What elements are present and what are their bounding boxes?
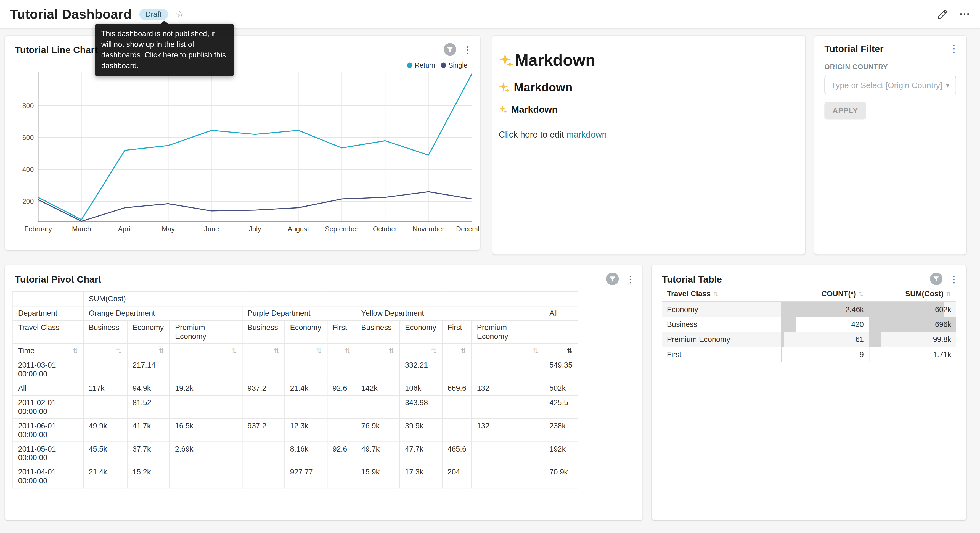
pivot-cell: 669.6 <box>442 381 471 396</box>
sort-icon[interactable]: ⇅ <box>72 348 78 354</box>
draft-badge[interactable]: Draft <box>139 8 168 20</box>
pivot-cell: 15.2k <box>127 465 170 488</box>
pivot-cell <box>442 358 471 381</box>
count-cell: 61 <box>781 332 869 347</box>
value-bar <box>869 332 881 347</box>
pivot-cell <box>170 465 242 488</box>
filter-section-label: ORIGIN COUNTRY <box>824 63 956 71</box>
origin-country-select[interactable]: Type or Select [Origin Country] ▾ <box>824 76 956 94</box>
svg-text:400: 400 <box>22 166 34 174</box>
markdown-edit-link[interactable]: markdown <box>566 129 607 139</box>
pivot-class-header: First <box>442 320 471 343</box>
pivot-row-dimension: Travel Class <box>13 320 83 343</box>
pivot-cell: 465.6 <box>442 442 471 465</box>
pivot-row-header: 2011-04-01 00:00:00 <box>13 465 83 488</box>
pivot-row: 2011-04-01 00:00:0021.4k15.2k927.7715.9k… <box>13 465 578 488</box>
pivot-cell <box>327 465 356 488</box>
apply-button[interactable]: APPLY <box>824 102 866 119</box>
dashboard-page: Tutorial Dashboard Draft ☆ ⋯ This dashbo… <box>0 0 980 533</box>
favorite-star-icon[interactable]: ☆ <box>175 9 184 19</box>
pivot-cell: 47.7k <box>400 442 442 465</box>
pivot-row-header: All <box>13 381 83 396</box>
pivot-col-group: Orange Department <box>83 306 242 320</box>
sort-icon[interactable]: ⇅ <box>274 347 279 354</box>
pivot-cell: 937.2 <box>242 419 285 442</box>
pivot-measure-row: SUM(Cost) <box>13 292 578 306</box>
sort-icon[interactable]: ⇅ <box>859 291 864 298</box>
more-menu-icon[interactable]: ⋯ <box>959 9 970 19</box>
pivot-cell <box>471 396 544 419</box>
sort-icon[interactable]: ⇅ <box>460 347 466 354</box>
pivot-cell <box>442 419 471 442</box>
sort-icon[interactable]: ⇅ <box>116 347 122 354</box>
sort-icon[interactable]: ⇅ <box>533 347 539 354</box>
tutorial-table: Travel Class⇅COUNT(*)⇅SUM(Cost)⇅Economy2… <box>662 286 956 362</box>
column-header[interactable]: COUNT(*)⇅ <box>781 286 869 302</box>
sum-cell: 1.71k <box>869 347 956 362</box>
pivot-cell: 142k <box>356 381 399 396</box>
pivot-cell: 2.69k <box>170 442 242 465</box>
svg-text:600: 600 <box>22 134 34 141</box>
count-cell: 420 <box>781 317 869 332</box>
pivot-class-header: Business <box>83 320 127 343</box>
sort-icon[interactable]: ⇅ <box>713 291 718 298</box>
pivot-table-container: SUM(Cost)DepartmentOrange DepartmentPurp… <box>13 291 578 488</box>
kebab-menu-icon[interactable]: ⋮ <box>463 45 473 54</box>
sort-icon[interactable]: ⇅ <box>566 347 572 354</box>
pivot-cell: 81.52 <box>127 396 170 419</box>
filter-scope-icon[interactable] <box>444 43 456 56</box>
pivot-row-header: 2011-03-01 00:00:00 <box>13 358 83 381</box>
pivot-cell <box>471 358 544 381</box>
column-header[interactable]: SUM(Cost)⇅ <box>869 286 956 302</box>
svg-text:April: April <box>118 225 132 233</box>
card-title: Tutorial Pivot Chart <box>15 274 101 284</box>
svg-text:May: May <box>162 225 175 233</box>
pivot-row: All117k94.9k19.2k937.221.4k92.6142k106k6… <box>13 381 578 396</box>
pivot-cell: 217.14 <box>127 358 170 381</box>
pivot-cell: 70.9k <box>544 465 578 488</box>
sort-icon[interactable]: ⇅ <box>316 347 322 354</box>
sort-icon[interactable]: ⇅ <box>231 347 237 354</box>
sparkles-icon <box>499 105 508 113</box>
filter-scope-icon[interactable] <box>606 273 619 285</box>
table-row: Premium Economy6199.8k <box>662 332 956 347</box>
pivot-time-label: Time <box>18 346 35 355</box>
pivot-class-header: Premium Economy <box>471 320 544 343</box>
pivot-cell: 94.9k <box>127 381 170 396</box>
svg-text:July: July <box>249 225 261 233</box>
legend-item[interactable]: Single <box>441 61 467 69</box>
pivot-cell <box>285 396 327 419</box>
page-title: Tutorial Dashboard <box>10 6 131 22</box>
pivot-cell: 17.3k <box>400 465 442 488</box>
sort-icon[interactable]: ⇅ <box>345 347 351 354</box>
kebab-menu-icon[interactable]: ⋮ <box>949 274 959 284</box>
edit-pencil-icon[interactable] <box>937 8 948 20</box>
pivot-cell: 343.98 <box>400 396 442 419</box>
markdown-h2: Markdown <box>499 81 796 94</box>
filter-scope-icon[interactable] <box>930 273 942 285</box>
pivot-cell: 19.2k <box>170 381 242 396</box>
pivot-col-group: Purple Department <box>242 306 356 320</box>
table-row: First91.71k <box>662 347 956 362</box>
pivot-cell: 15.9k <box>356 465 399 488</box>
kebab-menu-icon[interactable]: ⋮ <box>625 274 635 284</box>
kebab-menu-icon[interactable]: ⋮ <box>949 44 959 53</box>
value-bar <box>869 302 944 317</box>
pivot-cell <box>83 358 127 381</box>
sort-icon[interactable]: ⇅ <box>431 347 437 354</box>
markdown-content: Markdown Markdown Markdown Click here to… <box>493 36 805 139</box>
column-header[interactable]: Travel Class⇅ <box>662 286 781 302</box>
sort-icon[interactable]: ⇅ <box>389 347 395 354</box>
pivot-cell <box>356 358 399 381</box>
pivot-cell <box>83 396 127 419</box>
pivot-row: 2011-05-01 00:00:0045.5k37.7k2.69k8.16k9… <box>13 442 578 465</box>
sort-icon[interactable]: ⇅ <box>946 291 951 298</box>
pivot-row-header: 2011-05-01 00:00:00 <box>13 442 83 465</box>
pivot-cell: 132 <box>471 381 544 396</box>
svg-text:November: November <box>413 225 444 233</box>
travel-class-cell: Business <box>662 317 781 332</box>
pivot-cell <box>285 358 327 381</box>
card-line-chart: Tutorial Line Chart ⋮ ReturnSingle 20040… <box>5 36 480 250</box>
legend-item[interactable]: Return <box>407 61 435 69</box>
sort-icon[interactable]: ⇅ <box>159 347 164 354</box>
